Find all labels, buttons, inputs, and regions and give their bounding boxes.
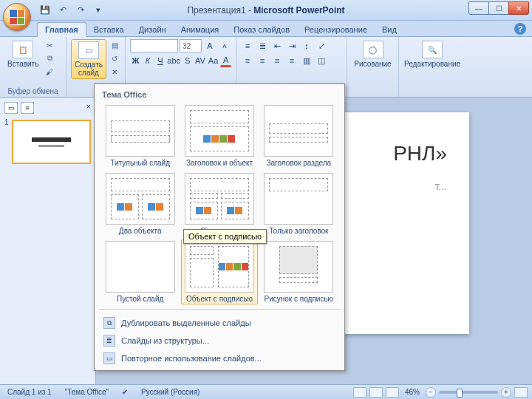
menu-duplicate-slides[interactable]: ⧉Дублировать выделенные слайды — [98, 314, 341, 332]
layout-section-header[interactable]: Заголовок раздела — [261, 103, 337, 168]
drawing-button[interactable]: ◯ Рисование — [352, 39, 394, 69]
copy-icon[interactable]: ⧉ — [43, 52, 56, 64]
zoom-in-icon[interactable]: + — [501, 387, 511, 398]
slide-number: 1 — [4, 118, 9, 164]
slide-thumbnail-1[interactable] — [12, 120, 91, 164]
qat-customize-icon[interactable]: ▾ — [90, 3, 106, 18]
change-case-icon[interactable]: Aa — [208, 54, 219, 67]
align-center-icon[interactable]: ≡ — [256, 54, 269, 67]
char-spacing-icon[interactable]: AV — [194, 54, 206, 67]
zoom-slider[interactable] — [439, 391, 498, 394]
help-icon[interactable]: ? — [514, 23, 526, 35]
layout-title-content[interactable]: Заголовок и объект — [181, 103, 257, 168]
cut-icon[interactable]: ✂ — [43, 39, 56, 51]
layout-title-slide[interactable]: Титульный слайд — [102, 103, 178, 168]
spellcheck-icon[interactable]: ✔ — [119, 388, 131, 396]
app-name: Microsoft PowerPoint — [253, 5, 344, 16]
format-painter-icon[interactable]: 🖌 — [43, 66, 56, 78]
layout-content-caption[interactable]: Объект с подписью — [181, 239, 257, 304]
increase-indent-icon[interactable]: ⇥ — [285, 39, 299, 52]
fit-to-window-icon[interactable] — [514, 387, 528, 398]
undo-icon[interactable]: ↶ — [55, 3, 71, 18]
zoom-percent[interactable]: 46% — [402, 388, 423, 396]
save-icon[interactable]: 💾 — [37, 3, 53, 18]
outline-icon: ≣ — [103, 335, 115, 347]
align-right-icon[interactable]: ≡ — [270, 54, 284, 67]
clipboard-icon: 📋 — [13, 41, 33, 58]
layout-picture-caption[interactable]: Рисунок с подписью — [261, 239, 337, 304]
slides-tab-icon[interactable]: ▭ — [4, 102, 18, 114]
layout-blank[interactable]: Пустой слайд — [102, 239, 178, 304]
slides-panel: ▭ ≡ × 1 — [0, 98, 96, 384]
convert-smartart-icon[interactable]: ◫ — [315, 54, 328, 67]
tooltip: Объект с подписью — [183, 229, 267, 244]
decrease-indent-icon[interactable]: ⇤ — [270, 39, 284, 52]
quick-access-toolbar: 💾 ↶ ↷ ▾ — [37, 3, 106, 18]
zoom-out-icon[interactable]: − — [426, 387, 436, 398]
delete-slide-icon[interactable]: ✕ — [108, 66, 121, 78]
tab-insert[interactable]: Вставка — [86, 23, 132, 36]
numbering-icon[interactable]: ≣ — [256, 39, 269, 52]
menu-slides-from-outline[interactable]: ≣Слайды из структуры... — [98, 332, 341, 349]
line-spacing-icon[interactable]: ↕ — [300, 39, 313, 52]
drawing-label: Рисование — [354, 60, 391, 68]
close-panel-icon[interactable]: × — [86, 102, 91, 114]
bullets-icon[interactable]: ≡ — [241, 39, 254, 52]
layout-two-content[interactable]: Два объекта — [102, 171, 178, 236]
editing-button[interactable]: 🔍 Редактирование — [403, 39, 461, 69]
tab-animation[interactable]: Анимация — [174, 23, 227, 36]
shapes-icon: ◯ — [363, 41, 383, 58]
align-left-icon[interactable]: ≡ — [241, 54, 254, 67]
tab-design[interactable]: Дизайн — [132, 23, 174, 36]
clipboard-group-label: Буфер обмена — [4, 87, 61, 96]
status-theme: "Тема Office" — [62, 388, 112, 396]
paste-button[interactable]: 📋 Вставить — [4, 39, 41, 78]
font-color-icon[interactable]: A — [220, 54, 231, 67]
close-button[interactable]: ✕ — [508, 1, 529, 15]
font-size-combo[interactable]: 32 — [180, 39, 202, 52]
normal-view-icon[interactable] — [353, 387, 366, 398]
minimize-button[interactable]: — — [468, 1, 489, 15]
layout-comparison[interactable]: Сравнение — [181, 171, 257, 236]
shadow-icon[interactable]: S — [182, 54, 193, 67]
find-icon: 🔍 — [422, 41, 443, 58]
tab-home[interactable]: Главная — [37, 22, 86, 37]
text-direction-icon[interactable]: ⤢ — [315, 39, 328, 52]
layout-title-only[interactable]: Только заголовок — [261, 171, 337, 236]
justify-icon[interactable]: ≡ — [285, 54, 299, 67]
tab-slideshow[interactable]: Показ слайдов — [226, 23, 297, 36]
tab-view[interactable]: Вид — [375, 23, 404, 36]
underline-icon[interactable]: Ч — [154, 54, 166, 67]
redo-icon[interactable]: ↷ — [72, 3, 89, 18]
new-slide-button[interactable]: ▭ Создать слайд — [71, 39, 106, 79]
layout-label: Заголовок раздела — [267, 159, 332, 167]
layout-label: Объект с подписью — [186, 295, 253, 303]
menu-label: Повторное использование слайдов... — [121, 354, 262, 363]
menu-reuse-slides[interactable]: ▭Повторное использование слайдов... — [98, 349, 341, 367]
title-bar: 💾 ↶ ↷ ▾ Презентация1 - Microsoft PowerPo… — [0, 0, 532, 21]
italic-icon[interactable]: К — [143, 54, 154, 67]
status-bar: Слайд 1 из 1 "Тема Office" ✔ Русский (Ро… — [0, 384, 532, 399]
shrink-font-icon[interactable]: A — [218, 39, 231, 52]
ribbon-tabs: Главная Вставка Дизайн Анимация Показ сл… — [0, 21, 532, 37]
group-clipboard: 📋 Вставить ✂ ⧉ 🖌 Буфер обмена — [0, 37, 66, 97]
sorter-view-icon[interactable] — [369, 387, 383, 398]
new-slide-label: Создать слайд — [75, 61, 103, 77]
status-language[interactable]: Русский (Россия) — [138, 388, 202, 396]
tab-review[interactable]: Рецензирование — [297, 23, 375, 36]
document-name: Презентация1 — [187, 5, 245, 16]
office-button[interactable] — [3, 3, 31, 31]
menu-label: Дублировать выделенные слайды — [121, 318, 251, 327]
columns-icon[interactable]: ▥ — [300, 54, 313, 67]
maximize-button[interactable]: ☐ — [488, 1, 509, 15]
editing-label: Редактирование — [404, 60, 460, 68]
reset-icon[interactable]: ↺ — [108, 52, 121, 64]
outline-tab-icon[interactable]: ≡ — [21, 102, 34, 114]
grow-font-icon[interactable]: A — [203, 39, 216, 52]
font-family-combo[interactable] — [130, 39, 178, 52]
strikethrough-icon[interactable]: abc — [167, 54, 180, 67]
layout-icon[interactable]: ▤ — [108, 39, 121, 51]
slideshow-view-icon[interactable] — [386, 387, 399, 398]
layout-gallery: Тема Office Титульный слайд Заголовок и … — [94, 83, 345, 371]
bold-icon[interactable]: Ж — [130, 54, 141, 67]
